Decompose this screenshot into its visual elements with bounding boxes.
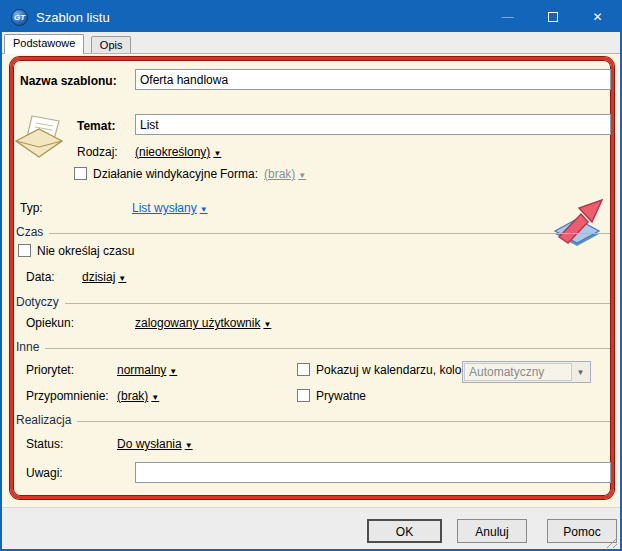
nie-okreslaj-czasu-label: Nie określaj czasu xyxy=(37,244,134,258)
minimize-button[interactable]: — xyxy=(485,2,530,32)
dropdown-arrow-icon: ▼ xyxy=(151,393,159,402)
section-dotyczy: Dotyczy xyxy=(16,295,610,309)
dropdown-arrow-icon: ▼ xyxy=(169,367,177,376)
window-title: Szablon listu xyxy=(36,10,110,25)
data-label: Data: xyxy=(26,270,55,284)
pokazuj-w-kalendarzu-label: Pokazuj w kalendarzu, kolor: xyxy=(316,363,469,377)
opiekun-dropdown-link[interactable]: zalogowany użytkownik▼ xyxy=(135,316,271,330)
typ-dropdown-link[interactable]: List wysłany▼ xyxy=(132,201,208,215)
section-realizacja: Realizacja xyxy=(16,413,610,427)
anuluj-button[interactable]: Anuluj xyxy=(457,519,527,543)
uwagi-input[interactable] xyxy=(135,462,611,483)
sent-letter-icon xyxy=(547,193,605,251)
tab-page-podstawowe: Nazwa szablonu: Temat: Rodzaj: (nieokreś… xyxy=(2,53,620,507)
uwagi-label: Uwagi: xyxy=(26,466,63,480)
dropdown-arrow-icon: ▼ xyxy=(298,171,306,180)
prywatne-checkbox[interactable] xyxy=(297,389,310,402)
tab-strip: Podstawowe Opis xyxy=(2,32,620,53)
app-logo-icon: GT xyxy=(11,9,28,26)
przypomnienie-label: Przypomnienie: xyxy=(26,389,109,403)
pokazuj-w-kalendarzu-checkbox[interactable] xyxy=(297,363,310,376)
dialog-footer: OK Anuluj Pomoc xyxy=(2,507,620,551)
przypomnienie-dropdown-link[interactable]: (brak)▼ xyxy=(117,389,159,403)
section-divider xyxy=(77,421,610,422)
rodzaj-dropdown-link[interactable]: (nieokreślony)▼ xyxy=(135,145,221,159)
section-divider xyxy=(49,233,610,234)
section-dotyczy-title: Dotyczy xyxy=(16,295,59,309)
section-czas: Czas xyxy=(16,225,610,239)
status-label: Status: xyxy=(26,437,63,451)
forma-dropdown-link: (brak)▼ xyxy=(264,167,306,181)
pomoc-button[interactable]: Pomoc xyxy=(547,519,617,543)
dzialanie-windykacyjne-checkbox[interactable] xyxy=(74,167,87,180)
combobox-arrow-icon: ▼ xyxy=(572,363,589,381)
dropdown-arrow-icon: ▼ xyxy=(263,320,271,329)
section-inne: Inne xyxy=(16,340,610,354)
section-realizacja-title: Realizacja xyxy=(16,413,71,427)
kolor-combobox: Automatyczny ▼ xyxy=(462,361,591,383)
priorytet-dropdown-link[interactable]: normalny▼ xyxy=(117,363,177,377)
tab-opis[interactable]: Opis xyxy=(91,36,132,53)
typ-label: Typ: xyxy=(20,201,43,215)
opiekun-label: Opiekun: xyxy=(26,316,74,330)
tab-podstawowe[interactable]: Podstawowe xyxy=(4,34,84,54)
temat-label: Temat: xyxy=(77,119,115,133)
maximize-icon xyxy=(548,12,558,22)
priorytet-label: Priorytet: xyxy=(26,363,74,377)
dropdown-arrow-icon: ▼ xyxy=(118,274,126,283)
kolor-combobox-value: Automatyczny xyxy=(464,363,572,381)
section-divider xyxy=(45,348,610,349)
dropdown-arrow-icon: ▼ xyxy=(213,149,221,158)
data-dropdown-link[interactable]: dzisiaj▼ xyxy=(82,270,126,284)
ok-button[interactable]: OK xyxy=(367,519,442,543)
prywatne-label: Prywatne xyxy=(316,389,366,403)
title-bar: GT Szablon listu — ✕ xyxy=(2,2,620,32)
nazwa-szablonu-input[interactable] xyxy=(135,69,611,90)
nazwa-szablonu-label: Nazwa szablonu: xyxy=(20,74,117,88)
forma-label: Forma: xyxy=(220,167,258,181)
maximize-button[interactable] xyxy=(530,2,575,32)
dialog-window: GT Szablon listu — ✕ Podstawowe Opis Naz… xyxy=(0,0,622,551)
dropdown-arrow-icon: ▼ xyxy=(200,205,208,214)
status-dropdown-link[interactable]: Do wysłania▼ xyxy=(117,437,193,451)
temat-input[interactable] xyxy=(135,114,611,135)
section-divider xyxy=(65,303,610,304)
section-czas-title: Czas xyxy=(16,225,43,239)
nie-okreslaj-czasu-checkbox[interactable] xyxy=(18,244,31,257)
rodzaj-label: Rodzaj: xyxy=(77,145,118,159)
close-button[interactable]: ✕ xyxy=(575,2,620,32)
dzialanie-windykacyjne-label: Działanie windykacyjne xyxy=(93,167,217,181)
section-inne-title: Inne xyxy=(16,340,39,354)
envelope-icon xyxy=(14,114,66,160)
dropdown-arrow-icon: ▼ xyxy=(185,441,193,450)
